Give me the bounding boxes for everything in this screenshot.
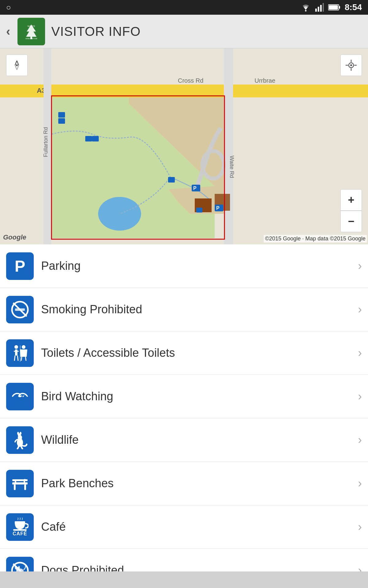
zoom-out-button[interactable]: − (340, 211, 362, 232)
menu-item-smoking[interactable]: Smoking Prohibited › (0, 288, 368, 331)
status-bar: ○ 8:54 (0, 0, 368, 15)
map-zoom-controls: + − (340, 189, 362, 232)
svg-rect-1 (315, 9, 317, 12)
svg-rect-76 (15, 481, 16, 484)
menu-item-bird-watching[interactable]: Bird Watching › (0, 375, 368, 418)
logo-icon: WAITE ARBORETUM (21, 21, 42, 42)
map-svg: A3 Cross Rd Urrbrae Waite Rd Fullarton R… (0, 48, 368, 244)
svg-point-66 (21, 395, 21, 396)
svg-point-85 (15, 566, 17, 569)
smoking-label: Smoking Prohibited (41, 303, 351, 316)
svg-rect-34 (58, 118, 65, 124)
park-benches-label: Park Benches (41, 477, 351, 490)
app-logo: WAITE ARBORETUM (17, 18, 45, 45)
smoking-icon (6, 296, 34, 323)
cafe-icon: CAFÉ (6, 513, 34, 541)
svg-point-50 (350, 64, 352, 66)
svg-rect-2 (318, 7, 319, 12)
toilets-svg (11, 344, 29, 362)
cafe-svg (12, 518, 29, 532)
page-title: VISITOR INFO (51, 24, 140, 39)
parking-label: Parking (41, 259, 351, 273)
cafe-text: CAFÉ (13, 531, 27, 537)
svg-rect-18 (224, 48, 233, 244)
location-button[interactable] (340, 55, 362, 76)
status-bar-left: ○ (6, 3, 11, 12)
wildlife-chevron: › (358, 433, 362, 447)
menu-list: P Parking › Smoking Prohibited › (0, 244, 368, 588)
compass-icon (11, 59, 23, 71)
parking-chevron: › (358, 259, 362, 273)
parking-icon: P (6, 252, 34, 280)
svg-rect-7 (329, 5, 338, 9)
svg-line-61 (21, 357, 22, 361)
svg-rect-55 (15, 349, 17, 356)
svg-rect-12 (30, 37, 32, 39)
svg-rect-35 (85, 136, 92, 141)
back-button[interactable]: ‹ (6, 24, 10, 38)
svg-point-70 (17, 432, 19, 435)
wildlife-icon (6, 426, 34, 454)
svg-line-62 (25, 357, 26, 361)
park-benches-icon (6, 470, 34, 497)
svg-text:Cross Rd: Cross Rd (178, 77, 203, 84)
time-display: 8:54 (345, 2, 362, 12)
wildlife-label: Wildlife (41, 433, 351, 447)
toilets-chevron: › (358, 346, 362, 360)
menu-item-cafe[interactable]: CAFÉ Café › (0, 505, 368, 549)
svg-point-71 (20, 432, 21, 435)
park-benches-chevron: › (358, 477, 362, 490)
map-controls-right (340, 55, 362, 76)
bird-svg (11, 387, 29, 406)
svg-rect-4 (323, 3, 324, 12)
svg-line-57 (14, 356, 15, 361)
bench-svg (11, 474, 29, 493)
cafe-chevron: › (358, 520, 362, 533)
svg-rect-53 (15, 308, 25, 311)
bird-watching-label: Bird Watching (41, 390, 351, 403)
map-attribution: ©2015 Google · Map data ©2015 Google (264, 235, 367, 243)
svg-point-86 (18, 566, 20, 569)
menu-item-wildlife[interactable]: Wildlife › (0, 418, 368, 462)
map-view[interactable]: A3 Cross Rd Urrbrae Waite Rd Fullarton R… (0, 48, 368, 244)
map-controls-left (6, 55, 28, 76)
svg-text:Urrbrae: Urrbrae (255, 77, 275, 84)
svg-rect-3 (320, 5, 322, 12)
svg-rect-79 (15, 521, 25, 523)
zoom-in-button[interactable]: + (340, 189, 362, 211)
svg-rect-80 (13, 529, 27, 531)
menu-item-toilets[interactable]: Toilets / Accessible Toilets › (0, 331, 368, 375)
svg-rect-72 (12, 482, 28, 484)
bird-watching-chevron: › (358, 390, 362, 403)
smoking-chevron: › (358, 303, 362, 316)
status-bar-right: 8:54 (301, 2, 362, 12)
menu-item-parking[interactable]: P Parking › (0, 244, 368, 288)
compass-button[interactable] (6, 55, 28, 76)
svg-rect-36 (92, 136, 99, 141)
svg-point-59 (22, 345, 25, 349)
circle-icon: ○ (6, 3, 11, 12)
svg-text:Fullarton Rd: Fullarton Rd (43, 127, 49, 157)
menu-item-park-benches[interactable]: Park Benches › (0, 462, 368, 505)
svg-point-54 (14, 345, 18, 349)
svg-text:Waite Rd: Waite Rd (229, 156, 235, 178)
svg-rect-33 (58, 112, 65, 118)
svg-text:P: P (193, 186, 197, 191)
bottom-bar (0, 571, 368, 588)
svg-text:P: P (216, 205, 220, 211)
svg-point-44 (16, 64, 18, 66)
wifi-icon (301, 3, 311, 12)
svg-marker-60 (20, 349, 27, 357)
bird-watching-icon (6, 383, 34, 410)
toilets-label: Toilets / Accessible Toilets (41, 346, 351, 360)
svg-rect-37 (168, 177, 175, 183)
wildlife-svg (11, 431, 29, 449)
cafe-label: Café (41, 520, 351, 533)
battery-icon (328, 4, 340, 11)
svg-rect-74 (14, 484, 16, 490)
google-logo: Google (3, 233, 26, 241)
toilets-icon (6, 339, 34, 367)
svg-line-58 (17, 356, 18, 361)
svg-point-0 (305, 10, 306, 12)
no-smoking-svg (11, 300, 29, 319)
